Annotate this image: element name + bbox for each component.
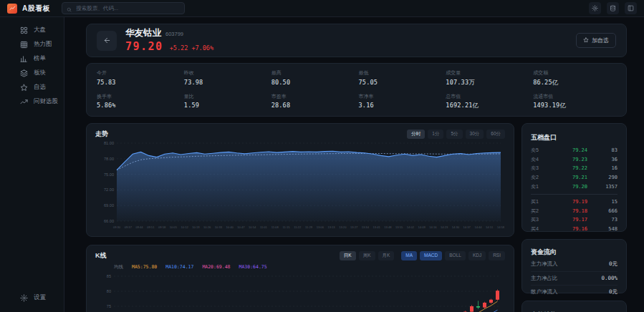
- orderbook-row-买4: 买479.16548: [531, 225, 617, 232]
- sidebar-item-5[interactable]: 问财选股: [0, 94, 64, 109]
- tab-1分[interactable]: 1分: [428, 130, 443, 139]
- bigorder-card: 大单结构 大单 100.0%小单 0.0%: [522, 301, 627, 312]
- tab-60分[interactable]: 60分: [486, 130, 505, 139]
- sidebar-item-3[interactable]: 板块: [0, 66, 64, 80]
- svg-text:13:06: 13:06: [317, 225, 325, 229]
- sidebar-item-1[interactable]: 热力图: [0, 37, 64, 52]
- app-title: A股看板: [22, 4, 50, 14]
- intraday-chart-card: 走势 分时1分5分30分60分 81.0078.0075.0072.0069.0…: [86, 123, 514, 237]
- app-logo-icon: [7, 4, 17, 14]
- svg-text:10:54: 10:54: [249, 225, 256, 229]
- sidebar-item-4[interactable]: 自选: [0, 80, 64, 94]
- stat-cell-7: 量比1.59: [184, 93, 267, 111]
- svg-text:10:47: 10:47: [237, 225, 245, 229]
- topbar-actions: [589, 2, 637, 14]
- svg-text:14:09: 14:09: [418, 225, 426, 229]
- sidebar-settings-label: 设置: [34, 293, 46, 302]
- add-watchlist-button[interactable]: 加自选: [576, 33, 616, 48]
- theme-toggle-button[interactable]: [589, 2, 601, 14]
- svg-text:14:58: 14:58: [497, 225, 505, 229]
- svg-text:13:48: 13:48: [384, 225, 392, 229]
- star-icon: [20, 84, 28, 92]
- svg-text:14:16: 14:16: [429, 225, 437, 229]
- stat-cell-11: 流通市值1493.19亿: [533, 93, 616, 111]
- interval-tabs: 分时1分5分30分60分: [407, 130, 505, 139]
- svg-text:11:22: 11:22: [294, 225, 302, 229]
- topbar: A股看板: [0, 0, 644, 17]
- back-button[interactable]: [97, 31, 117, 51]
- svg-text:11:01: 11:01: [260, 225, 268, 229]
- svg-text:81.00: 81.00: [104, 141, 114, 145]
- stat-cell-4: 成交量107.33万: [446, 69, 529, 87]
- svg-text:10:33: 10:33: [215, 225, 223, 229]
- sidebar-item-0[interactable]: 大盘: [0, 23, 64, 37]
- kline-indicator-tabs: MAMACDBOLLKDJRSI: [401, 251, 505, 260]
- kline-chart: 8580757065: [95, 271, 505, 312]
- sidebar-item-2[interactable]: 榜单: [0, 52, 64, 66]
- tab-5分[interactable]: 5分: [446, 130, 462, 139]
- intraday-card-title: 走势: [95, 130, 108, 139]
- tab-BOLL[interactable]: BOLL: [445, 251, 466, 260]
- grid-icon: [20, 26, 28, 34]
- ranking-icon: [20, 55, 28, 63]
- orderbook-row-买1: 买179.1915: [531, 198, 617, 207]
- stat-cell-0: 今开75.83: [97, 69, 180, 87]
- sectors-icon: [20, 69, 28, 77]
- data-source-button[interactable]: [607, 2, 619, 14]
- stock-price: 79.20: [125, 41, 163, 53]
- stat-cell-6: 换手率5.86%: [97, 93, 180, 111]
- stat-cell-8: 市盈率28.68: [271, 93, 355, 111]
- svg-text:78.00: 78.00: [104, 157, 114, 161]
- svg-text:09:44: 09:44: [135, 225, 143, 229]
- ma-legend-item: MA10:74.17: [165, 264, 193, 270]
- svg-text:13:13: 13:13: [327, 225, 335, 229]
- svg-text:09:51: 09:51: [147, 225, 155, 229]
- tab-MA[interactable]: MA: [401, 251, 417, 260]
- svg-text:14:44: 14:44: [474, 225, 482, 229]
- a-share-dashboard: { "app": { "title": "A股看板", "search_plac…: [0, 0, 644, 312]
- svg-text:69.00: 69.00: [104, 203, 114, 208]
- tab-30分[interactable]: 30分: [466, 130, 484, 139]
- search-box[interactable]: [62, 2, 185, 14]
- svg-text:11:29: 11:29: [305, 225, 313, 229]
- svg-text:11:15: 11:15: [283, 225, 291, 229]
- tab-日K[interactable]: 日K: [340, 251, 356, 260]
- svg-text:11:08: 11:08: [271, 225, 279, 229]
- intraday-chart: 81.0078.0075.0072.0069.0066.0009:3009:37…: [95, 139, 505, 230]
- fundflow-row-1: 主力净占比0.00%: [531, 271, 617, 286]
- orderbook-row-卖2: 卖279.21290: [531, 173, 617, 182]
- stat-cell-3: 最低75.05: [359, 69, 442, 87]
- svg-text:14:37: 14:37: [463, 225, 471, 229]
- stock-name: 华友钴业: [125, 29, 161, 39]
- stat-cell-9: 市净率3.16: [359, 93, 442, 111]
- stat-cell-1: 昨收73.98: [184, 69, 267, 87]
- stat-cell-5: 成交额86.25亿: [533, 69, 616, 87]
- tab-分时[interactable]: 分时: [407, 130, 425, 139]
- database-icon: [610, 5, 616, 11]
- svg-text:10:26: 10:26: [203, 225, 211, 229]
- svg-text:14:02: 14:02: [407, 225, 415, 229]
- search-input[interactable]: [75, 4, 180, 12]
- orderbook-row-卖1: 卖179.201357: [531, 182, 617, 191]
- tab-月K[interactable]: 月K: [378, 251, 395, 260]
- kline-card-title: K线: [95, 251, 107, 260]
- tab-周K[interactable]: 周K: [359, 251, 375, 260]
- layout-button[interactable]: [625, 2, 637, 14]
- svg-text:09:58: 09:58: [158, 225, 166, 229]
- ma-legend-item: MA20:69.48: [202, 264, 230, 270]
- kline-period-tabs: 日K周K月K: [340, 251, 395, 260]
- gear-icon: [20, 294, 28, 302]
- trending-up-icon: [20, 98, 28, 106]
- tab-RSI[interactable]: RSI: [489, 251, 505, 260]
- svg-text:13:27: 13:27: [350, 225, 358, 229]
- tab-KDJ[interactable]: KDJ: [468, 251, 486, 260]
- sidebar-item-settings[interactable]: 设置: [0, 291, 64, 305]
- orderbook-title: 五档盘口: [531, 134, 557, 141]
- fundflow-row-2: 散户净流入0元: [531, 285, 617, 299]
- sidebar: 大盘热力图榜单板块自选问财选股 设置: [0, 17, 64, 312]
- orderbook-divider: [531, 194, 617, 195]
- stock-header-card: 华友钴业 603799 79.20 +5.22 +7.06% 加自选: [86, 24, 627, 57]
- svg-text:13:41: 13:41: [373, 225, 380, 229]
- star-outline-icon: [583, 37, 589, 44]
- tab-MACD[interactable]: MACD: [420, 251, 442, 260]
